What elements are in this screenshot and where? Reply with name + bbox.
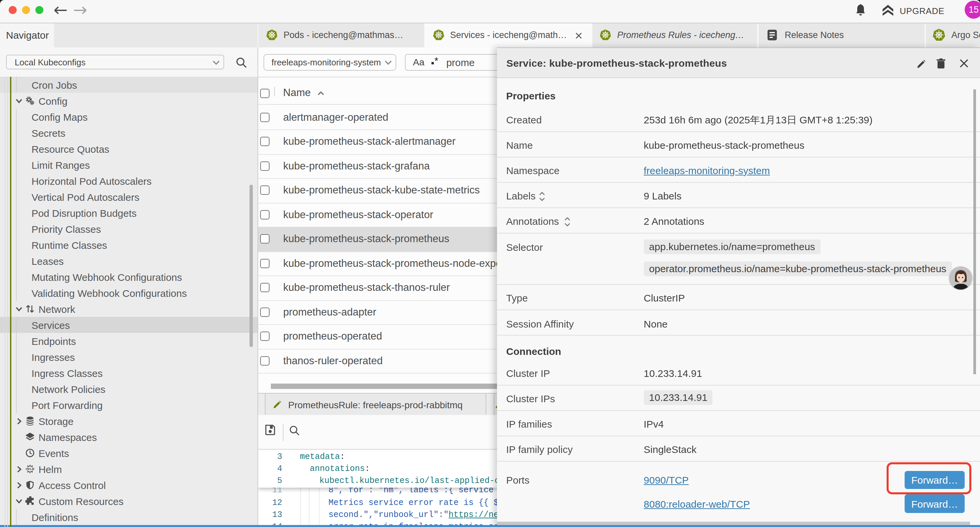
svg-text:HELM: HELM [26, 468, 34, 471]
